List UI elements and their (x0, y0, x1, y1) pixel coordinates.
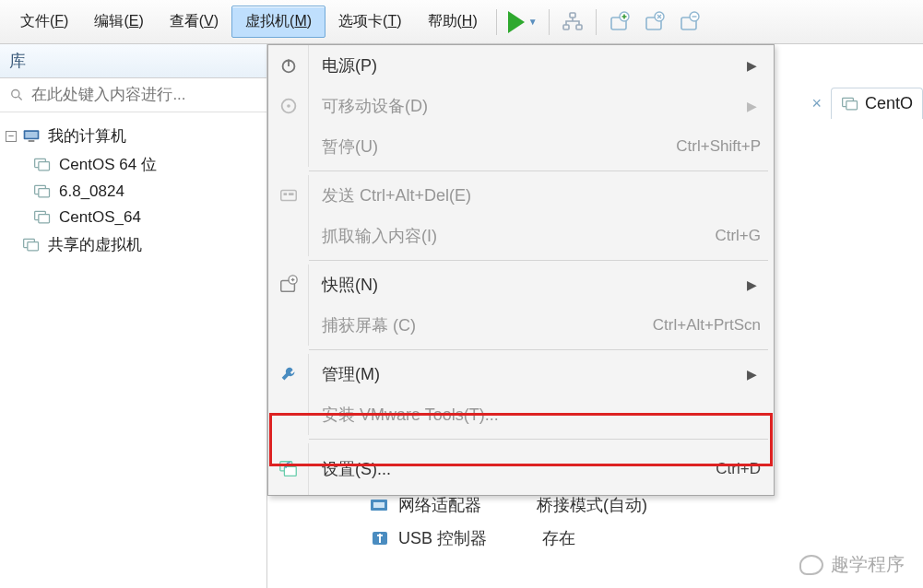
hardware-row-network[interactable]: 网络适配器 桥接模式(自动) (369, 488, 647, 522)
svg-rect-27 (283, 193, 287, 195)
sidebar-search[interactable] (0, 78, 266, 112)
menu-item-vmware-tools: 安装 VMware Tools(T)... (268, 394, 774, 435)
submenu-arrow-icon: ▶ (747, 367, 761, 382)
tree-root-shared[interactable]: 共享的虚拟机 (6, 230, 261, 259)
svg-rect-1 (563, 25, 569, 29)
svg-rect-0 (570, 13, 575, 18)
vm-icon (33, 209, 52, 226)
toolbar-snapshot-manage-icon[interactable] (678, 11, 702, 33)
menu-item-grab-input: 抓取输入内容(I) Ctrl+G (268, 216, 774, 256)
menu-separator (309, 171, 768, 171)
vm-icon (841, 96, 859, 112)
tab-centos[interactable]: CentO (831, 88, 923, 119)
menu-separator (309, 260, 768, 261)
svg-rect-28 (289, 193, 294, 195)
menubar-separator (496, 9, 497, 35)
chevron-down-icon: ▼ (528, 17, 538, 27)
menu-item-power[interactable]: 电源(P) ▶ (268, 45, 774, 86)
toolbar-snapshot-revert-icon[interactable] (643, 11, 667, 33)
hardware-row-usb[interactable]: USB 控制器 存在 (369, 522, 647, 555)
svg-rect-16 (39, 189, 50, 197)
submenu-arrow-icon: ▶ (747, 58, 761, 73)
hardware-label: USB 控制器 (398, 527, 487, 549)
svg-rect-11 (25, 132, 37, 138)
tree-label: CentOS 64 位 (59, 154, 157, 175)
menu-help[interactable]: 帮助(H) (415, 6, 491, 37)
shortcut: Ctrl+Alt+PrtScn (653, 316, 761, 335)
menu-file[interactable]: 文件(F) (7, 6, 81, 37)
network-adapter-icon (369, 495, 391, 515)
watermark: 趣学程序 (799, 552, 905, 577)
search-icon (9, 87, 24, 103)
wechat-icon (799, 555, 823, 575)
svg-rect-22 (846, 100, 858, 109)
toolbar-network-icon[interactable] (561, 11, 585, 33)
tree-item[interactable]: CentOS_64 (6, 205, 261, 230)
sidebar-header: 库 (0, 44, 266, 78)
tree-root-mycomputer[interactable]: − 我的计算机 (6, 122, 261, 150)
menu-separator (309, 349, 768, 350)
hardware-value: 桥接模式(自动) (537, 494, 647, 516)
svg-point-25 (287, 104, 290, 108)
sidebar-tree: − 我的计算机 CentOS 64 位 6.8_0824 CentOS_64 共… (0, 112, 266, 268)
tree-label: CentOS_64 (59, 208, 141, 227)
tab-label: CentO (865, 94, 913, 113)
svg-rect-18 (39, 215, 50, 223)
vm-icon (33, 157, 52, 173)
hardware-peek: 网络适配器 桥接模式(自动) USB 控制器 存在 (369, 488, 647, 555)
tree-label: 6.8_0824 (59, 182, 124, 201)
usb-icon (369, 528, 391, 548)
tab-close-button[interactable]: × (802, 94, 831, 113)
menu-tabs[interactable]: 选项卡(T) (325, 6, 414, 37)
menu-item-manage[interactable]: 管理(M) ▶ (268, 354, 774, 394)
shortcut: Ctrl+Shift+P (676, 137, 761, 156)
tabs: × CentO (802, 85, 923, 122)
svg-rect-12 (29, 140, 35, 142)
shortcut: Ctrl+D (716, 460, 761, 478)
menubar: 文件(F) 编辑(E) 查看(V) 虚拟机(M) 选项卡(T) 帮助(H) ▼ (0, 0, 923, 44)
send-cad-icon (278, 185, 299, 206)
snapshot-icon (278, 275, 299, 295)
vm-icon (33, 183, 52, 200)
menu-edit[interactable]: 编辑(E) (81, 6, 156, 37)
play-icon (508, 11, 525, 33)
menubar-separator (596, 9, 597, 35)
menu-item-removable[interactable]: 可移动设备(D) ▶ (268, 86, 774, 126)
svg-rect-2 (576, 25, 582, 29)
wrench-icon (278, 364, 299, 384)
hardware-label: 网络适配器 (398, 494, 481, 516)
menu-view[interactable]: 查看(V) (157, 6, 231, 37)
shared-vm-icon (22, 237, 41, 253)
menubar-separator (549, 9, 550, 35)
svg-rect-20 (28, 241, 39, 250)
menu-item-snapshot[interactable]: 快照(N) ▶ (268, 265, 774, 305)
disc-icon (278, 96, 299, 116)
tree-label: 我的计算机 (48, 125, 126, 147)
search-input[interactable] (31, 86, 257, 104)
monitor-icon (22, 128, 41, 145)
shortcut: Ctrl+G (715, 227, 761, 245)
tree-item[interactable]: CentOS 64 位 (6, 150, 261, 179)
sidebar: 库 − 我的计算机 CentOS 64 位 6.8_0824 CentOS_64 (0, 44, 267, 588)
vm-menu-dropdown: 电源(P) ▶ 可移动设备(D) ▶ 暂停(U) Ctrl+Shift+P 发送… (267, 44, 775, 496)
tree-label: 共享的虚拟机 (48, 234, 142, 255)
watermark-text: 趣学程序 (831, 552, 905, 577)
submenu-arrow-icon: ▶ (747, 277, 761, 292)
tree-item[interactable]: 6.8_0824 (6, 179, 261, 205)
collapse-icon[interactable]: − (6, 131, 17, 142)
play-button[interactable]: ▼ (503, 11, 543, 33)
svg-rect-14 (39, 161, 50, 170)
menu-item-pause: 暂停(U) Ctrl+Shift+P (268, 126, 774, 167)
menu-item-capture: 捕获屏幕 (C) Ctrl+Alt+PrtScn (268, 305, 774, 346)
power-icon (278, 55, 299, 76)
settings-icon (278, 459, 299, 479)
menu-item-send-cad: 发送 Ctrl+Alt+Del(E) (268, 175, 774, 216)
svg-rect-34 (373, 502, 385, 508)
menu-vm[interactable]: 虚拟机(M) (231, 6, 325, 38)
submenu-arrow-icon: ▶ (747, 99, 761, 113)
menu-item-settings[interactable]: 设置(S)... Ctrl+D (268, 443, 774, 495)
hardware-value: 存在 (542, 527, 575, 549)
toolbar-snapshot-add-icon[interactable] (608, 11, 632, 33)
menu-separator (309, 439, 768, 440)
svg-point-9 (12, 90, 19, 98)
